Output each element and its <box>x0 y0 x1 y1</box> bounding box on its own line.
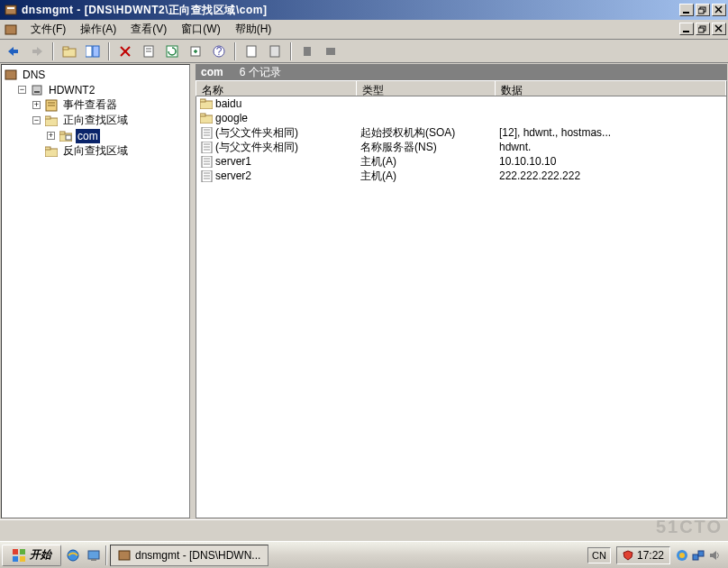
svg-rect-29 <box>270 46 279 57</box>
column-type[interactable]: 类型 <box>357 81 496 96</box>
record-icon <box>200 142 213 152</box>
menu-bar: 文件(F) 操作(A) 查看(V) 窗口(W) 帮助(H) <box>0 20 728 40</box>
svg-rect-48 <box>200 114 205 116</box>
properties-button[interactable] <box>139 41 159 61</box>
svg-point-74 <box>679 553 685 558</box>
column-data[interactable]: 数据 <box>496 81 726 96</box>
table-row[interactable]: google <box>196 111 726 125</box>
splitter[interactable] <box>191 63 195 519</box>
svg-rect-76 <box>698 551 704 556</box>
new-record-button[interactable] <box>241 41 261 61</box>
collapse-icon[interactable]: − <box>32 116 41 124</box>
svg-rect-18 <box>93 46 99 57</box>
new-zone-button[interactable] <box>265 41 285 61</box>
svg-rect-44 <box>45 147 50 150</box>
svg-rect-16 <box>63 47 68 50</box>
network-icon[interactable] <box>692 549 705 562</box>
tree-root[interactable]: DNS <box>4 67 187 82</box>
collapse-icon[interactable]: − <box>18 86 26 94</box>
menu-window[interactable]: 窗口(W) <box>174 20 227 39</box>
menu-view[interactable]: 查看(V) <box>123 20 174 39</box>
list-body[interactable]: baidugoogle(与父文件夹相同)起始授权机构(SOA)[12], hdw… <box>196 96 727 518</box>
tree-pane[interactable]: DNS − HDWNT2 + 事件查看器 − 正向查找区域 <box>1 64 190 518</box>
table-row[interactable]: (与父文件夹相同)起始授权机构(SOA)[12], hdwnt., hostma… <box>196 125 726 140</box>
menu-file[interactable]: 文件(F) <box>23 20 73 39</box>
export-button[interactable] <box>186 41 205 61</box>
tree-reverse[interactable]: 反向查找区域 <box>4 143 187 159</box>
menu-help[interactable]: 帮助(H) <box>228 20 279 39</box>
svg-rect-71 <box>91 559 96 561</box>
app-icon <box>4 3 18 17</box>
volume-icon[interactable] <box>708 549 721 562</box>
svg-rect-28 <box>247 46 256 57</box>
svg-rect-8 <box>683 31 689 32</box>
expand-icon[interactable]: + <box>47 132 55 140</box>
windows-logo-icon <box>12 548 26 563</box>
status-bar <box>0 519 728 539</box>
shield-icon[interactable] <box>623 550 633 561</box>
cell-type: 起始授权机构(SOA) <box>360 125 455 141</box>
list-pane: com 6 个记录 名称 类型 数据 baidugoogle(与父文件夹相同)起… <box>196 64 727 518</box>
back-button[interactable] <box>4 41 23 61</box>
svg-rect-66 <box>20 549 25 554</box>
column-name[interactable]: 名称 <box>196 81 357 96</box>
expand-icon[interactable]: + <box>32 101 41 109</box>
mdi-restore-button[interactable] <box>696 23 710 35</box>
svg-rect-33 <box>32 86 41 95</box>
clock[interactable]: 17:22 <box>637 549 664 562</box>
system-tray: CN 17:22 <box>582 546 726 564</box>
toolbar: ? <box>0 40 728 63</box>
refresh-button[interactable] <box>162 41 182 61</box>
server-icon <box>30 84 44 96</box>
cell-name: (与父文件夹相同) <box>215 125 298 141</box>
table-row[interactable]: baidu <box>196 96 726 111</box>
cell-data: [12], hdwnt., hostmas... <box>499 126 611 139</box>
table-row[interactable]: server2主机(A)222.222.222.222 <box>196 169 726 183</box>
mdi-minimize-button[interactable] <box>679 23 694 35</box>
forward-button[interactable] <box>27 41 47 61</box>
svg-rect-13 <box>13 50 18 53</box>
svg-rect-70 <box>88 551 99 559</box>
update-icon[interactable] <box>676 549 688 562</box>
svg-rect-68 <box>20 556 25 562</box>
help-button[interactable]: ? <box>209 41 229 61</box>
svg-rect-17 <box>86 46 92 57</box>
record-icon <box>200 156 213 167</box>
content-area: DNS − HDWNT2 + 事件查看器 − 正向查找区域 <box>0 63 728 519</box>
minimize-button[interactable] <box>679 4 694 16</box>
close-button[interactable] <box>712 4 726 16</box>
filter-button[interactable] <box>297 41 317 61</box>
svg-rect-14 <box>32 50 38 53</box>
restore-button[interactable] <box>696 4 710 16</box>
table-row[interactable]: (与父文件夹相同)名称服务器(NS)hdwnt. <box>196 140 726 154</box>
svg-rect-0 <box>5 5 16 14</box>
svg-rect-67 <box>13 556 18 562</box>
svg-rect-41 <box>59 132 65 134</box>
start-button[interactable]: 开始 <box>2 545 61 566</box>
svg-text:?: ? <box>216 45 223 58</box>
record-icon <box>200 127 213 138</box>
app-icon <box>118 549 131 562</box>
up-button[interactable] <box>59 41 79 61</box>
mdi-close-button[interactable] <box>712 23 726 35</box>
tree-forward[interactable]: − 正向查找区域 <box>4 113 187 128</box>
tree-eventviewer[interactable]: + 事件查看器 <box>4 97 187 113</box>
tree-server[interactable]: − HDWNT2 <box>4 82 187 97</box>
tree-com[interactable]: + com <box>4 128 187 143</box>
svg-rect-75 <box>693 554 698 560</box>
language-indicator[interactable]: CN <box>587 547 611 563</box>
show-hide-tree-button[interactable] <box>83 41 103 61</box>
title-bar: dnsmgmt - [DNS\HDWNT2\正向查找区域\com] <box>0 0 728 20</box>
current-zone: com <box>201 66 223 78</box>
find-button[interactable] <box>321 41 341 61</box>
table-row[interactable]: server1主机(A)10.10.10.10 <box>196 154 726 169</box>
cell-name: (与父文件夹相同) <box>215 140 298 155</box>
delete-button[interactable] <box>115 41 135 61</box>
svg-rect-42 <box>66 135 71 140</box>
ie-icon[interactable] <box>64 546 82 564</box>
menu-action[interactable]: 操作(A) <box>73 20 123 39</box>
taskbar-task[interactable]: dnsmgmt - [DNS\HDWN... <box>110 545 268 566</box>
mdi-system-icon[interactable] <box>4 23 18 37</box>
svg-rect-39 <box>45 116 50 119</box>
desktop-icon[interactable] <box>85 546 103 564</box>
